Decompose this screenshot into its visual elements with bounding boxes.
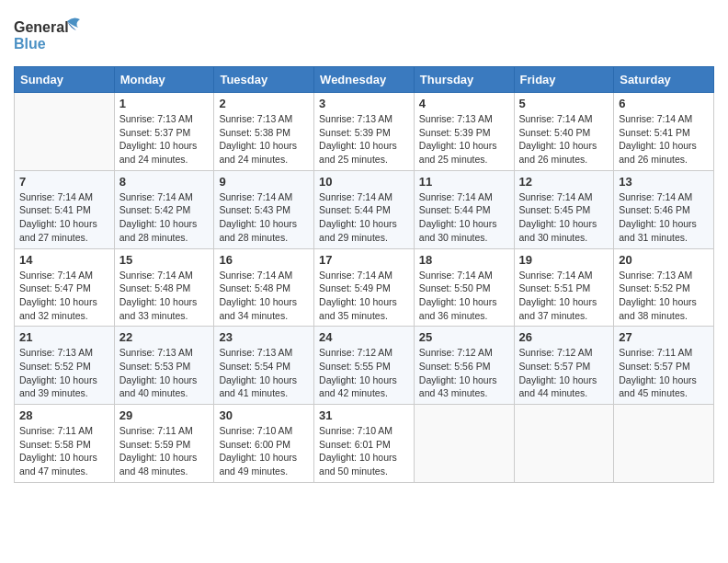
day-info: Sunrise: 7:12 AM Sunset: 5:57 PM Dayligh… (519, 346, 609, 400)
day-info: Sunrise: 7:12 AM Sunset: 5:55 PM Dayligh… (319, 346, 409, 400)
calendar-cell: 19Sunrise: 7:14 AM Sunset: 5:51 PM Dayli… (514, 248, 614, 327)
calendar-cell: 15Sunrise: 7:14 AM Sunset: 5:48 PM Dayli… (114, 248, 214, 327)
calendar-cell: 23Sunrise: 7:13 AM Sunset: 5:54 PM Dayli… (214, 327, 314, 405)
day-info: Sunrise: 7:14 AM Sunset: 5:42 PM Dayligh… (119, 190, 210, 245)
weekday-header-saturday: Saturday (614, 67, 714, 93)
day-number: 1 (119, 97, 210, 110)
day-number: 29 (119, 408, 210, 422)
calendar-cell: 29Sunrise: 7:11 AM Sunset: 5:59 PM Dayli… (114, 405, 214, 483)
day-info: Sunrise: 7:14 AM Sunset: 5:51 PM Dayligh… (519, 269, 609, 323)
day-number: 31 (319, 408, 409, 422)
page: General Blue SundayMondayTuesdayWednesda… (0, 0, 728, 497)
day-info: Sunrise: 7:11 AM Sunset: 5:58 PM Dayligh… (19, 424, 109, 478)
calendar-week-2: 7Sunrise: 7:14 AM Sunset: 5:41 PM Daylig… (15, 170, 714, 248)
day-number: 11 (419, 175, 509, 189)
day-number: 9 (219, 175, 309, 189)
calendar-cell: 14Sunrise: 7:14 AM Sunset: 5:47 PM Dayli… (15, 248, 115, 327)
calendar-cell: 31Sunrise: 7:10 AM Sunset: 6:01 PM Dayli… (314, 405, 415, 483)
day-info: Sunrise: 7:11 AM Sunset: 5:57 PM Dayligh… (619, 346, 709, 400)
day-info: Sunrise: 7:13 AM Sunset: 5:52 PM Dayligh… (19, 346, 109, 400)
day-number: 16 (219, 253, 309, 267)
day-info: Sunrise: 7:13 AM Sunset: 5:54 PM Dayligh… (219, 346, 309, 400)
calendar-cell (614, 405, 714, 483)
calendar-cell: 24Sunrise: 7:12 AM Sunset: 5:55 PM Dayli… (314, 327, 415, 405)
weekday-header-monday: Monday (114, 67, 214, 93)
calendar-cell: 2Sunrise: 7:13 AM Sunset: 5:38 PM Daylig… (214, 93, 314, 171)
day-info: Sunrise: 7:14 AM Sunset: 5:45 PM Dayligh… (519, 190, 609, 245)
weekday-header-thursday: Thursday (414, 67, 514, 93)
calendar-cell: 11Sunrise: 7:14 AM Sunset: 5:44 PM Dayli… (414, 170, 514, 248)
day-info: Sunrise: 7:14 AM Sunset: 5:44 PM Dayligh… (319, 190, 409, 245)
day-number: 15 (119, 253, 210, 267)
day-number: 19 (519, 253, 609, 267)
weekday-header-sunday: Sunday (15, 67, 115, 93)
day-info: Sunrise: 7:14 AM Sunset: 5:50 PM Dayligh… (419, 269, 509, 323)
calendar-cell: 7Sunrise: 7:14 AM Sunset: 5:41 PM Daylig… (15, 170, 115, 248)
calendar-week-4: 21Sunrise: 7:13 AM Sunset: 5:52 PM Dayli… (15, 327, 714, 405)
calendar-cell (15, 93, 115, 171)
calendar-cell: 21Sunrise: 7:13 AM Sunset: 5:52 PM Dayli… (15, 327, 115, 405)
day-number: 23 (219, 330, 309, 344)
day-number: 3 (319, 97, 409, 110)
day-info: Sunrise: 7:14 AM Sunset: 5:48 PM Dayligh… (119, 269, 210, 323)
day-number: 21 (19, 330, 109, 344)
calendar-week-5: 28Sunrise: 7:11 AM Sunset: 5:58 PM Dayli… (15, 405, 714, 483)
day-info: Sunrise: 7:13 AM Sunset: 5:39 PM Dayligh… (419, 112, 509, 167)
calendar-cell: 3Sunrise: 7:13 AM Sunset: 5:39 PM Daylig… (314, 93, 415, 171)
day-number: 30 (219, 408, 309, 422)
svg-text:Blue: Blue (14, 36, 46, 52)
svg-text:General: General (14, 19, 69, 35)
calendar-cell: 30Sunrise: 7:10 AM Sunset: 6:00 PM Dayli… (214, 405, 314, 483)
day-number: 28 (19, 408, 109, 422)
day-number: 14 (19, 253, 109, 267)
calendar-cell: 1Sunrise: 7:13 AM Sunset: 5:37 PM Daylig… (114, 93, 214, 171)
day-info: Sunrise: 7:13 AM Sunset: 5:37 PM Dayligh… (119, 112, 210, 167)
calendar-cell: 18Sunrise: 7:14 AM Sunset: 5:50 PM Dayli… (414, 248, 514, 327)
day-number: 8 (119, 175, 210, 189)
day-number: 25 (419, 330, 509, 344)
day-info: Sunrise: 7:14 AM Sunset: 5:48 PM Dayligh… (219, 269, 309, 323)
day-info: Sunrise: 7:12 AM Sunset: 5:56 PM Dayligh… (419, 346, 509, 400)
logo: General Blue (14, 14, 87, 59)
day-info: Sunrise: 7:14 AM Sunset: 5:40 PM Dayligh… (519, 112, 609, 167)
calendar-cell: 27Sunrise: 7:11 AM Sunset: 5:57 PM Dayli… (614, 327, 714, 405)
day-info: Sunrise: 7:13 AM Sunset: 5:53 PM Dayligh… (119, 346, 210, 400)
calendar-cell: 17Sunrise: 7:14 AM Sunset: 5:49 PM Dayli… (314, 248, 415, 327)
header: General Blue (14, 9, 714, 59)
day-number: 26 (519, 330, 609, 344)
day-number: 5 (519, 97, 609, 110)
day-info: Sunrise: 7:14 AM Sunset: 5:46 PM Dayligh… (619, 190, 709, 245)
day-number: 13 (619, 175, 709, 189)
calendar-cell: 26Sunrise: 7:12 AM Sunset: 5:57 PM Dayli… (514, 327, 614, 405)
day-number: 18 (419, 253, 509, 267)
calendar-week-3: 14Sunrise: 7:14 AM Sunset: 5:47 PM Dayli… (15, 248, 714, 327)
day-number: 10 (319, 175, 409, 189)
day-number: 4 (419, 97, 509, 110)
calendar-cell: 9Sunrise: 7:14 AM Sunset: 5:43 PM Daylig… (214, 170, 314, 248)
day-number: 20 (619, 253, 709, 267)
calendar-cell: 25Sunrise: 7:12 AM Sunset: 5:56 PM Dayli… (414, 327, 514, 405)
weekday-header-row: SundayMondayTuesdayWednesdayThursdayFrid… (15, 67, 714, 93)
day-number: 24 (319, 330, 409, 344)
logo-area: General Blue (14, 9, 87, 59)
day-info: Sunrise: 7:10 AM Sunset: 6:01 PM Dayligh… (319, 424, 409, 478)
calendar-cell: 22Sunrise: 7:13 AM Sunset: 5:53 PM Dayli… (114, 327, 214, 405)
day-number: 2 (219, 97, 309, 110)
calendar-week-1: 1Sunrise: 7:13 AM Sunset: 5:37 PM Daylig… (15, 93, 714, 171)
weekday-header-friday: Friday (514, 67, 614, 93)
calendar-cell: 6Sunrise: 7:14 AM Sunset: 5:41 PM Daylig… (614, 93, 714, 171)
weekday-header-wednesday: Wednesday (314, 67, 415, 93)
calendar-cell: 13Sunrise: 7:14 AM Sunset: 5:46 PM Dayli… (614, 170, 714, 248)
day-info: Sunrise: 7:14 AM Sunset: 5:41 PM Dayligh… (19, 190, 109, 245)
calendar-cell: 20Sunrise: 7:13 AM Sunset: 5:52 PM Dayli… (614, 248, 714, 327)
calendar-cell: 4Sunrise: 7:13 AM Sunset: 5:39 PM Daylig… (414, 93, 514, 171)
calendar-cell (514, 405, 614, 483)
weekday-header-tuesday: Tuesday (214, 67, 314, 93)
calendar-cell (414, 405, 514, 483)
day-info: Sunrise: 7:13 AM Sunset: 5:38 PM Dayligh… (219, 112, 309, 167)
day-info: Sunrise: 7:13 AM Sunset: 5:52 PM Dayligh… (619, 269, 709, 323)
day-info: Sunrise: 7:14 AM Sunset: 5:49 PM Dayligh… (319, 269, 409, 323)
day-info: Sunrise: 7:14 AM Sunset: 5:41 PM Dayligh… (619, 112, 709, 167)
day-info: Sunrise: 7:10 AM Sunset: 6:00 PM Dayligh… (219, 424, 309, 478)
day-info: Sunrise: 7:14 AM Sunset: 5:44 PM Dayligh… (419, 190, 509, 245)
